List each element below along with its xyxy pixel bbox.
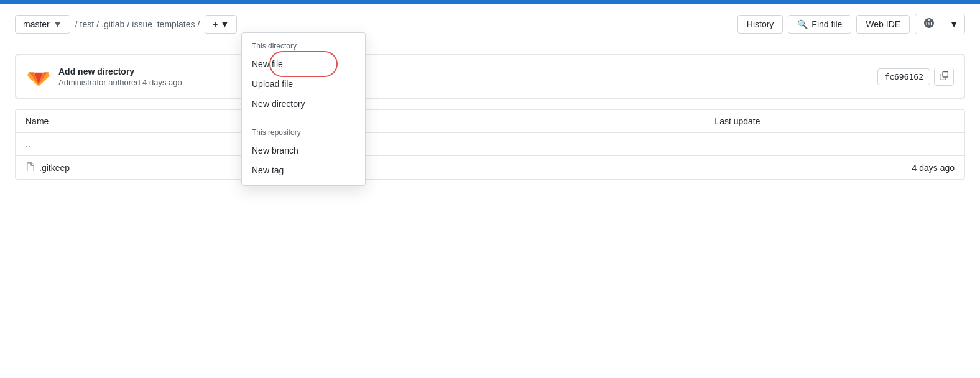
breadcrumb-item-2[interactable]: issue_templates: [132, 19, 195, 29]
clone-button[interactable]: ▼: [915, 14, 965, 34]
breadcrumb-separator-3: /: [197, 19, 200, 29]
main-content: master ▼ / test / .gitlab / issue_templa…: [0, 4, 980, 378]
file-table: Name Last commit Last update ..: [16, 109, 964, 179]
breadcrumb-item-0[interactable]: test: [80, 19, 95, 29]
breadcrumb-item-1[interactable]: .gitlab: [101, 19, 124, 29]
commit-subtitle: Administrator authored 4 days ago: [58, 78, 870, 87]
table-row: .gitkeep Add new directory 4 days ago: [16, 156, 964, 180]
history-button[interactable]: History: [737, 15, 784, 34]
dropdown-section-this-directory: This directory: [242, 38, 365, 54]
dropdown-item-new-tag[interactable]: New tag: [242, 160, 365, 180]
search-icon: 🔍: [797, 19, 808, 29]
copy-hash-button[interactable]: [934, 68, 954, 86]
new-branch-label: New branch: [252, 145, 298, 155]
table-header-row: Name Last commit Last update: [16, 110, 964, 133]
find-file-label: Find file: [811, 19, 842, 29]
gitlab-logo-icon: [26, 64, 51, 89]
plus-icon: +: [213, 19, 218, 29]
file-name-inner: .gitkeep: [25, 162, 260, 173]
branch-selector[interactable]: master ▼: [15, 15, 70, 34]
dropdown-item-new-file[interactable]: New file: [242, 54, 365, 74]
file-empty-cell: [626, 156, 705, 180]
web-ide-label: Web IDE: [866, 19, 900, 29]
file-update-cell: 4 days ago: [705, 156, 964, 180]
breadcrumb-separator-2: /: [127, 19, 129, 29]
breadcrumb: / test / .gitlab / issue_templates /: [75, 19, 200, 29]
column-last-update: Last update: [705, 110, 964, 133]
column-name: Name: [16, 110, 270, 133]
branch-label: master: [23, 19, 50, 29]
new-tag-label: New tag: [252, 165, 284, 175]
commit-wrapper: Add new directory Administrator authored…: [15, 54, 965, 99]
file-name-cell: .gitkeep: [16, 156, 270, 180]
file-empty-cell: [626, 133, 705, 156]
commit-info: Add new directory Administrator authored…: [58, 67, 870, 87]
dropdown-section-this-repository: This repository: [242, 124, 365, 141]
column-empty: [626, 110, 705, 133]
dropdown-item-upload-file[interactable]: Upload file: [242, 74, 365, 94]
chevron-down-icon: ▼: [53, 19, 62, 29]
history-label: History: [747, 19, 774, 29]
clone-dropdown-arrow[interactable]: ▼: [943, 16, 964, 33]
commit-hash-area: fc696162: [877, 68, 954, 86]
clone-icon: [915, 14, 943, 34]
find-file-button[interactable]: 🔍 Find file: [788, 15, 851, 34]
dropdown-menu: This directory New file Upload file New …: [241, 32, 366, 186]
file-icon: [25, 162, 34, 173]
toolbar: master ▼ / test / .gitlab / issue_templa…: [15, 14, 965, 44]
new-directory-label: New directory: [252, 99, 305, 109]
new-file-label: New file: [252, 59, 283, 69]
commit-box: Add new directory Administrator authored…: [16, 55, 964, 98]
commit-hash: fc696162: [877, 68, 930, 85]
chevron-down-icon: ▼: [221, 19, 229, 29]
parent-dir-link[interactable]: ..: [25, 139, 30, 149]
table-row: ..: [16, 133, 964, 156]
upload-file-label: Upload file: [252, 79, 293, 89]
dropdown-divider: [242, 119, 365, 119]
file-table-wrapper: Name Last commit Last update ..: [15, 109, 965, 180]
toolbar-right: History 🔍 Find file Web IDE ▼: [737, 14, 965, 34]
commit-title: Add new directory: [58, 67, 870, 76]
file-name-link[interactable]: .gitkeep: [39, 163, 70, 173]
web-ide-button[interactable]: Web IDE: [856, 15, 910, 34]
file-update-cell: [705, 133, 964, 156]
dropdown-item-new-branch[interactable]: New branch: [242, 141, 365, 160]
file-name-cell: ..: [16, 133, 270, 156]
breadcrumb-separator-0: /: [75, 19, 78, 29]
dropdown-item-new-directory[interactable]: New directory: [242, 94, 365, 114]
breadcrumb-separator-1: /: [96, 19, 99, 29]
add-dropdown-button[interactable]: + ▼: [205, 15, 237, 34]
